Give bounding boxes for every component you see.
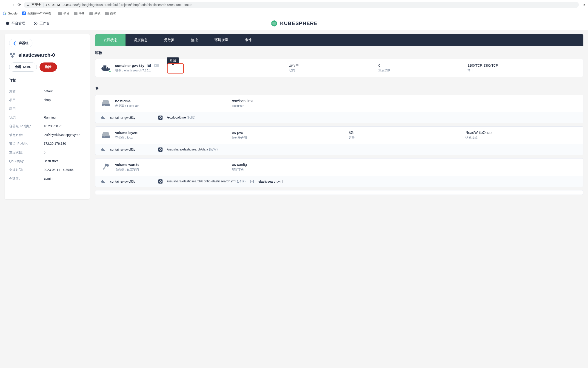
bookmarks-bar: Google 译 百度翻译-200种语... 平台 手册 杂项 面试 — [0, 10, 588, 17]
details-title: 详情 — [9, 78, 85, 83]
breadcrumb-label: 容器组 — [19, 41, 28, 45]
kubesphere-logo[interactable]: KUBESPHERE — [271, 20, 318, 27]
file-icon — [250, 180, 254, 183]
detail-row: 重启次数:0 — [9, 148, 85, 157]
volume-card: volume-lsyzrt存储类：locales-pvc持久卷声明5Gi容量Re… — [95, 126, 583, 155]
ports-value: 9200/TCP, 9300/TCP — [467, 64, 578, 67]
containers-section-title: 容器 — [95, 51, 583, 55]
url-bar[interactable]: ▲ 不安全 | 47.103.131.208:30880/golangblogs… — [24, 2, 579, 8]
restart-value: 0 — [378, 64, 463, 67]
svg-rect-32 — [102, 117, 103, 118]
back-arrow-icon[interactable]: ← — [3, 2, 7, 7]
svg-point-10 — [35, 23, 36, 24]
svg-rect-51 — [158, 179, 162, 184]
tab-metadata[interactable]: 元数据 — [156, 34, 183, 46]
tab-schedule[interactable]: 调度信息 — [125, 34, 156, 46]
workbench-link[interactable]: 工作台 — [34, 21, 50, 26]
tab-env[interactable]: 环境变量 — [206, 34, 236, 46]
volume-col2-value: /etc/localtime — [232, 99, 344, 103]
svg-rect-48 — [102, 181, 103, 182]
svg-rect-3 — [74, 12, 77, 15]
volume-type: 卷类型：配置字典 — [115, 167, 227, 172]
svg-rect-43 — [103, 149, 104, 150]
volume-card: volume-wxrt8d卷类型：配置字典es-config配置字典contai… — [95, 158, 583, 187]
details-list: 集群:default项目:shop应用:-状态:Running容器组 IP 地址… — [9, 87, 85, 183]
mount-file: elasticsearch.yml — [258, 180, 283, 183]
bookmark-interview[interactable]: 面试 — [105, 11, 116, 15]
volume-name: volume-lsyzrt — [115, 131, 227, 135]
volume-card: host-time卷类型：HostPath/etc/localtimeHostP… — [95, 95, 583, 123]
mount-path: /etc/localtime (只读) — [167, 116, 195, 120]
svg-point-14 — [13, 53, 15, 55]
folder-icon — [89, 12, 93, 15]
svg-rect-25 — [148, 66, 149, 66]
view-yaml-button[interactable]: 查看 YAML — [9, 63, 37, 72]
status-dot-icon — [109, 70, 111, 73]
terminal-icon[interactable] — [154, 64, 159, 67]
next-volume-card — [95, 190, 583, 195]
folder-icon — [58, 12, 62, 15]
forward-arrow-icon[interactable]: → — [10, 2, 15, 7]
status-value: 运行中 — [289, 63, 374, 67]
tab-monitor[interactable]: 监控 — [183, 34, 206, 46]
detail-row: 节点名称:izuf6hyrdxb4aecpghvyroz — [9, 131, 85, 139]
detail-label: 集群: — [9, 89, 44, 93]
svg-point-30 — [104, 105, 105, 106]
bookmark-google[interactable]: Google — [3, 11, 18, 15]
breadcrumb-back[interactable]: ❮ 容器组 — [9, 39, 32, 47]
bookmark-platform[interactable]: 平台 — [58, 11, 69, 15]
bookmark-manual[interactable]: 手册 — [74, 11, 85, 15]
detail-row: 项目:shop — [9, 96, 85, 104]
svg-rect-4 — [74, 12, 75, 12]
container-name: container-gwc53y — [115, 64, 144, 67]
volume-col2-label: 持久卷声明 — [232, 136, 344, 140]
mount-container-name: container-gwc53y — [110, 116, 135, 120]
detail-value: default — [44, 89, 53, 93]
detail-value: BestEffort — [44, 159, 58, 163]
svg-rect-44 — [158, 147, 162, 152]
platform-management-link[interactable]: 平台管理 — [6, 21, 25, 26]
volume-col2-value: es-pvc — [232, 131, 344, 135]
delete-button[interactable]: 删除 — [39, 63, 57, 72]
svg-point-38 — [103, 137, 104, 137]
svg-rect-47 — [101, 181, 102, 182]
docker-small-icon — [101, 116, 105, 120]
container-image: 镜像：elasticsearch:7.16.1 — [115, 68, 285, 73]
detail-value: admin — [44, 177, 52, 181]
svg-rect-1 — [58, 12, 62, 15]
volume-mount-row: container-gwc53y/usr/share/elasticsearch… — [95, 144, 583, 155]
svg-rect-2 — [58, 12, 60, 12]
dashboard-icon — [34, 21, 38, 26]
svg-rect-41 — [102, 149, 103, 150]
log-icon[interactable] — [147, 63, 151, 67]
mount-mode: (只读) — [187, 116, 195, 119]
kubesphere-logo-icon — [271, 20, 278, 27]
detail-row: 应用:- — [9, 104, 85, 113]
detail-label: 状态: — [9, 116, 44, 120]
restart-label: 重启次数 — [378, 68, 463, 72]
settings-icon — [158, 147, 162, 152]
hammer-icon — [101, 163, 111, 171]
svg-rect-35 — [158, 116, 162, 120]
security-text: 不安全 — [31, 3, 41, 7]
translate-icon[interactable]: 🗛 — [582, 3, 585, 7]
svg-rect-31 — [101, 117, 102, 118]
svg-rect-6 — [89, 12, 91, 12]
volume-mount-row: container-gwc53y/etc/localtime (只读) — [95, 112, 583, 123]
ports-label: 端口 — [467, 68, 578, 72]
tab-resource-status[interactable]: 资源状态 — [95, 34, 125, 46]
highlight-box — [167, 63, 184, 74]
tab-events[interactable]: 事件 — [236, 34, 260, 46]
bookmark-misc[interactable]: 杂项 — [89, 11, 101, 15]
url-text: 47.103.131.208:30880/golangblogs/cluster… — [46, 3, 192, 7]
volume-col2-label: 配置字典 — [232, 168, 344, 172]
detail-value: shop — [44, 98, 51, 102]
bookmark-baidu[interactable]: 译 百度翻译-200种语... — [22, 11, 54, 15]
detail-value: - — [44, 107, 45, 111]
reload-icon[interactable]: ⟳ — [18, 2, 21, 7]
detail-row: 创建者:admin — [9, 174, 85, 183]
drive-icon — [101, 131, 111, 139]
app-header: 平台管理 工作台 KUBESPHERE — [0, 17, 588, 30]
svg-rect-17 — [103, 67, 105, 68]
svg-rect-20 — [105, 65, 106, 67]
